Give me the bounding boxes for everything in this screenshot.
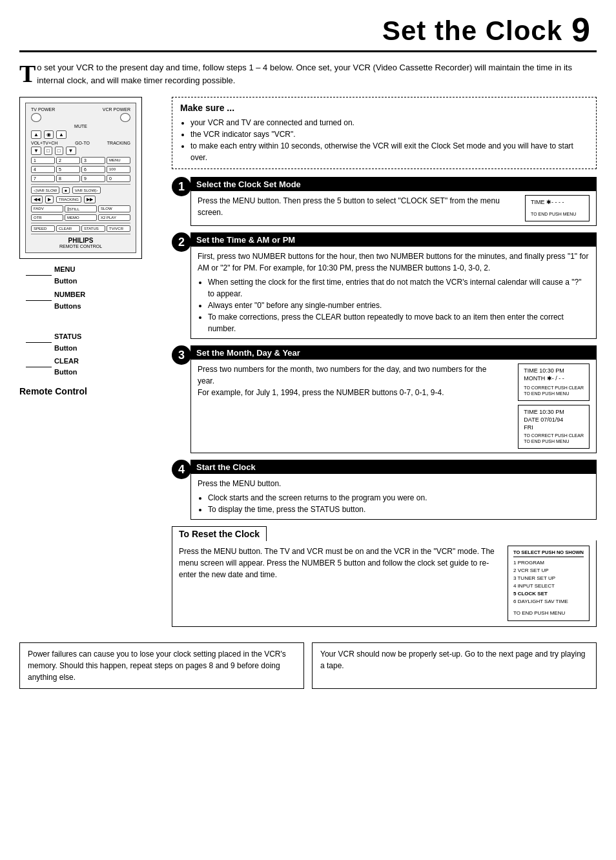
btn-6[interactable]: 6 <box>81 166 105 173</box>
make-sure-title: Make sure ... <box>180 103 588 113</box>
tracking-btn[interactable]: □ <box>55 147 63 155</box>
play-btn[interactable]: ▶ <box>45 196 54 203</box>
section-2-bullet-1: When setting the clock for the first tim… <box>208 276 590 300</box>
remote-divider-3 <box>31 234 130 234</box>
ff-btn[interactable]: ▶▶ <box>84 196 96 203</box>
btn-5[interactable]: 5 <box>56 166 80 173</box>
fadv-btn[interactable]: FADV <box>31 205 63 212</box>
make-sure-box: Make sure ... your VCR and TV are connec… <box>172 97 597 169</box>
page-header: Set the Clock 9 <box>19 13 597 52</box>
remote-control-illustration: TV POWER VCR POWER MUTE ▲ ◉ ▲ VOL+TV+CH … <box>19 97 142 259</box>
screen-1-footer: TO END PUSH MENU <box>531 212 584 216</box>
btn-8[interactable]: 8 <box>56 175 80 182</box>
btn-1[interactable]: 1 <box>31 157 55 164</box>
clear-btn[interactable]: CLEAR <box>56 225 80 232</box>
bottom-left-box: Power failures can cause you to lose you… <box>19 642 304 689</box>
s3-s1-footer1: TO CORRECT PUSH CLEAR <box>524 385 584 390</box>
mute-label: MUTE <box>31 124 130 128</box>
menu-item-2: 2 VCR SET UP <box>513 567 584 575</box>
section-2-bullets: When setting the clock for the first tim… <box>198 276 590 334</box>
mute-btn[interactable]: ◉ <box>44 130 54 139</box>
left-column: TV POWER VCR POWER MUTE ▲ ◉ ▲ VOL+TV+CH … <box>19 97 161 635</box>
section-1-wrapper: 1 Select the Clock Set Mode Press the ME… <box>172 177 597 226</box>
s3-s2-l3: FRI <box>524 424 584 431</box>
btn-2[interactable]: 2 <box>56 157 80 164</box>
section-3-screens: TIME 10:30 PM MONTH ✱- / - - TO CORRECT … <box>511 363 590 449</box>
make-sure-item-3: to make each entry within 10 seconds, ot… <box>190 140 588 163</box>
screen-1-line1: TIME ✱- - - - <box>531 199 584 205</box>
btn-menu[interactable]: MENU <box>107 157 130 164</box>
remote-brand-sub: REMOTE CONTROL <box>31 244 130 249</box>
var-slow-mid[interactable]: ■ <box>62 187 70 194</box>
bottom-right-box: Your VCR should now be properly set-up. … <box>312 642 597 689</box>
s3-s1-l1: TIME 10:30 PM <box>524 367 584 374</box>
callout-dash-menu <box>26 275 52 276</box>
reset-section: To Reset the Clock Press the MENU button… <box>172 526 597 627</box>
intro-paragraph: T o set your VCR to the present day and … <box>19 61 597 87</box>
remote-divider-1 <box>31 184 130 185</box>
bottom-right-text: Your VCR should now be properly set-up. … <box>320 650 585 670</box>
section-4-text: Press the MENU button. <box>198 478 590 489</box>
remote-labels: MENUButton NUMBERButtons STATUSButton CL… <box>26 264 161 378</box>
section-3-header: Set the Month, Day & Year <box>191 346 596 360</box>
menu-item-4: 4 INPUT SELECT <box>513 582 584 590</box>
otr-btn[interactable]: OTR <box>31 214 63 221</box>
section-4-content: Start the Clock Press the MENU button. C… <box>190 460 597 520</box>
btn-3[interactable]: 3 <box>81 157 105 164</box>
callout-dash-status <box>26 342 52 343</box>
reset-title: To Reset the Clock <box>172 526 267 541</box>
menu-button-label: MENUButton <box>54 264 77 287</box>
rew-btn[interactable]: ◀◀ <box>31 196 43 203</box>
btn-4[interactable]: 4 <box>31 166 55 173</box>
status-button-label: STATUSButton <box>54 331 81 354</box>
memo-btn[interactable]: MEMO <box>65 214 97 221</box>
fadv-row: FADV ‖STILL SLOW <box>31 205 130 212</box>
clear-button-label: CLEARButton <box>54 356 79 378</box>
x2play-btn[interactable]: X2 PLAY <box>98 214 130 221</box>
intro-body: o set your VCR to the present day and ti… <box>37 61 597 87</box>
section-2-bullet-2: Always enter "0" before any single-numbe… <box>208 300 590 311</box>
section-1-content: Select the Clock Set Mode Press the MENU… <box>190 177 597 226</box>
page-title: Set the Clock <box>382 15 562 46</box>
vol-ch-labels: VOL+TV+CH GO-TO TRACKING <box>31 141 130 145</box>
number-grid-row3: 7 8 9 0 <box>31 175 130 182</box>
ch-up-btn[interactable]: ▲ <box>56 130 67 139</box>
section-4-bullet-2: To display the time, press the STATUS bu… <box>208 504 590 515</box>
section-3-text-block: Press two numbers for the month, two num… <box>198 363 505 398</box>
vcr-power-btn[interactable] <box>120 113 130 122</box>
callout-dash-clear <box>26 367 52 367</box>
goto-btn[interactable]: □ <box>44 147 52 155</box>
btn-9[interactable]: 9 <box>81 175 105 182</box>
transport-row: ◀◀ ▶ TRACKING ▶▶ <box>31 196 130 203</box>
vol-up-btn[interactable]: ▲ <box>31 130 41 139</box>
tvvcr-btn[interactable]: TV/VCR <box>107 225 130 232</box>
section-3-wrapper: 3 Set the Month, Day & Year Press two nu… <box>172 345 597 453</box>
section-2-wrapper: 2 Set the Time & AM or PM First, press t… <box>172 232 597 339</box>
section-1-inner: Press the MENU button. Then press the 5 … <box>198 195 590 221</box>
power-buttons-row <box>31 113 130 122</box>
btn-100[interactable]: 100 <box>107 166 130 173</box>
slow-btn[interactable]: SLOW <box>98 205 130 212</box>
bottom-left-text: Power failures can cause you to lose you… <box>28 650 286 682</box>
vcr-power-label: VCR POWER <box>103 107 130 112</box>
section-4-header: Start the Clock <box>191 460 596 474</box>
ch-down-btn[interactable]: ▼ <box>66 147 76 155</box>
bottom-row: Power failures can cause you to lose you… <box>19 642 597 689</box>
tv-power-btn[interactable] <box>31 113 41 122</box>
section-4-bullets: Clock starts and the screen returns to t… <box>198 492 590 515</box>
status-btn[interactable]: STATUS <box>81 225 105 232</box>
section-2-header: Set the Time & AM or PM <box>191 233 596 247</box>
section-1-screen: TIME ✱- - - - TO END PUSH MENU <box>525 195 590 221</box>
section-3-text: Press two numbers for the month, two num… <box>198 363 505 398</box>
var-slow-left[interactable]: ◁VAR SLOW <box>31 187 59 194</box>
tracking-mid[interactable]: TRACKING <box>56 196 81 203</box>
vol-down-btn[interactable]: ▼ <box>31 147 41 155</box>
btn-0[interactable]: 0 <box>107 175 130 182</box>
btn-7[interactable]: 7 <box>31 175 55 182</box>
menu-callout: MENUButton <box>26 264 161 287</box>
var-slow-right[interactable]: VAR SLOW▷ <box>72 187 101 194</box>
vol-ch-down-row: ▼ □ □ ▼ <box>31 147 130 155</box>
number-grid-row2: 4 5 6 100 <box>31 166 130 173</box>
speed-btn[interactable]: SPEED <box>31 225 55 232</box>
still-btn[interactable]: ‖STILL <box>65 205 97 212</box>
